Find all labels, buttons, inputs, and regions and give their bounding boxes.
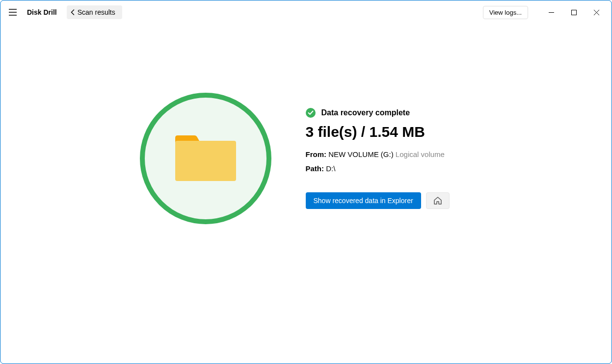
path-label: Path: bbox=[306, 164, 324, 173]
from-label: From: bbox=[306, 150, 327, 158]
chevron-left-icon bbox=[71, 9, 75, 15]
actions-row: Show recovered data in Explorer bbox=[306, 192, 473, 209]
view-logs-button[interactable]: View logs... bbox=[483, 6, 528, 19]
back-button[interactable]: Scan results bbox=[67, 5, 122, 19]
back-button-label: Scan results bbox=[78, 8, 115, 16]
show-in-explorer-button[interactable]: Show recovered data in Explorer bbox=[306, 192, 421, 209]
svg-rect-7 bbox=[175, 141, 236, 181]
from-row: From: NEW VOLUME (G:) Logical volume bbox=[306, 150, 473, 158]
titlebar: Disk Drill Scan results View logs... bbox=[0, 0, 612, 24]
minimize-button[interactable] bbox=[540, 4, 562, 20]
success-check-icon bbox=[306, 108, 316, 118]
from-type: Logical volume bbox=[396, 150, 445, 158]
main-content: Data recovery complete 3 file(s) / 1.54 … bbox=[0, 93, 612, 224]
app-title: Disk Drill bbox=[27, 8, 57, 16]
folder-icon bbox=[174, 134, 238, 183]
status-row: Data recovery complete bbox=[306, 108, 473, 118]
path-value: D:\ bbox=[326, 164, 335, 173]
svg-rect-4 bbox=[571, 10, 576, 15]
menu-button[interactable] bbox=[4, 4, 21, 21]
success-illustration bbox=[140, 93, 271, 224]
home-icon bbox=[433, 196, 442, 205]
path-row: Path: D:\ bbox=[306, 164, 473, 173]
minimize-icon bbox=[549, 10, 554, 15]
maximize-button[interactable] bbox=[562, 4, 585, 20]
maximize-icon bbox=[571, 10, 577, 15]
from-value: NEW VOLUME (G:) bbox=[328, 150, 394, 158]
close-icon bbox=[594, 10, 599, 15]
status-message: Data recovery complete bbox=[321, 108, 410, 117]
hamburger-icon bbox=[9, 9, 17, 16]
home-button[interactable] bbox=[426, 192, 450, 209]
recovery-summary: 3 file(s) / 1.54 MB bbox=[306, 124, 473, 140]
window-controls bbox=[540, 4, 608, 20]
close-button[interactable] bbox=[585, 4, 608, 20]
info-panel: Data recovery complete 3 file(s) / 1.54 … bbox=[306, 108, 473, 209]
